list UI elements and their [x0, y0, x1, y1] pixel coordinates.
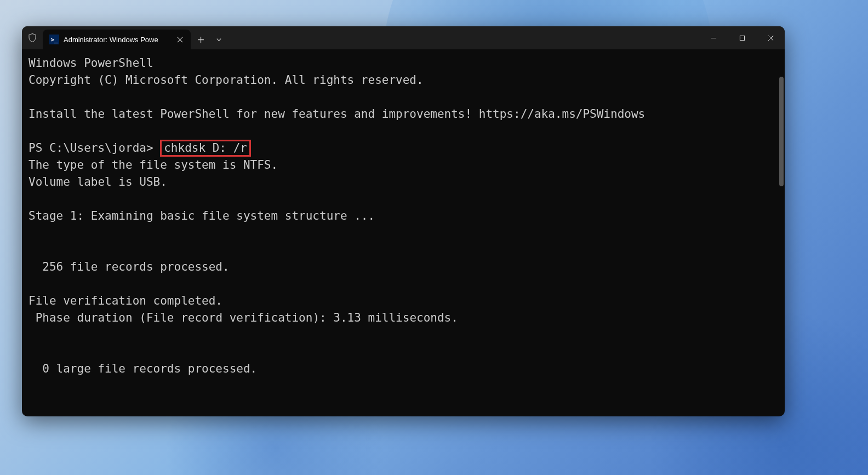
scrollbar-thumb[interactable] [779, 77, 784, 186]
terminal-tab[interactable]: >_ Administrator: Windows Powe [43, 30, 191, 49]
highlighted-command: chkdsk D: /r [160, 140, 251, 157]
maximize-button[interactable] [728, 26, 756, 49]
terminal-text: Volume label is USB. [28, 174, 778, 191]
terminal-window: >_ Administrator: Windows Powe Wind [22, 26, 785, 416]
prompt-line: PS C:\Users\jorda> chkdsk D: /r [28, 140, 778, 157]
terminal-text: Copyright (C) Microsoft Corporation. All… [28, 72, 778, 89]
minimize-button[interactable] [699, 26, 728, 49]
svg-rect-0 [740, 36, 744, 40]
terminal-text [28, 89, 778, 106]
terminal-text: The type of the file system is NTFS. [28, 157, 778, 174]
tab-dropdown-button[interactable] [210, 30, 227, 49]
powershell-icon: >_ [49, 35, 59, 44]
prompt-text: PS C:\Users\jorda> [28, 141, 160, 154]
title-bar-drag-area[interactable] [227, 26, 699, 49]
terminal-text: Install the latest PowerShell for new fe… [28, 106, 778, 123]
terminal-text [28, 242, 778, 259]
close-tab-button[interactable] [174, 34, 185, 45]
terminal-text [28, 344, 778, 360]
title-bar: >_ Administrator: Windows Powe [22, 26, 785, 49]
terminal-text [28, 123, 778, 140]
terminal-text: Phase duration (File record verification… [28, 310, 778, 327]
terminal-text [28, 327, 778, 344]
terminal-text [28, 225, 778, 242]
terminal-text: 256 file records processed. [28, 259, 778, 276]
terminal-text [28, 191, 778, 208]
terminal-text: File verification completed. [28, 293, 778, 310]
new-tab-button[interactable] [191, 30, 210, 49]
terminal-text: 0 large file records processed. [28, 360, 778, 377]
terminal-text: Windows PowerShell [28, 55, 778, 72]
terminal-text [28, 276, 778, 293]
close-window-button[interactable] [756, 26, 785, 49]
terminal-output-area[interactable]: Windows PowerShellCopyright (C) Microsof… [22, 49, 785, 416]
admin-shield-icon [22, 26, 43, 49]
window-controls [699, 26, 785, 49]
terminal-text: Stage 1: Examining basic file system str… [28, 208, 778, 225]
tab-title: Administrator: Windows Powe [64, 36, 171, 44]
